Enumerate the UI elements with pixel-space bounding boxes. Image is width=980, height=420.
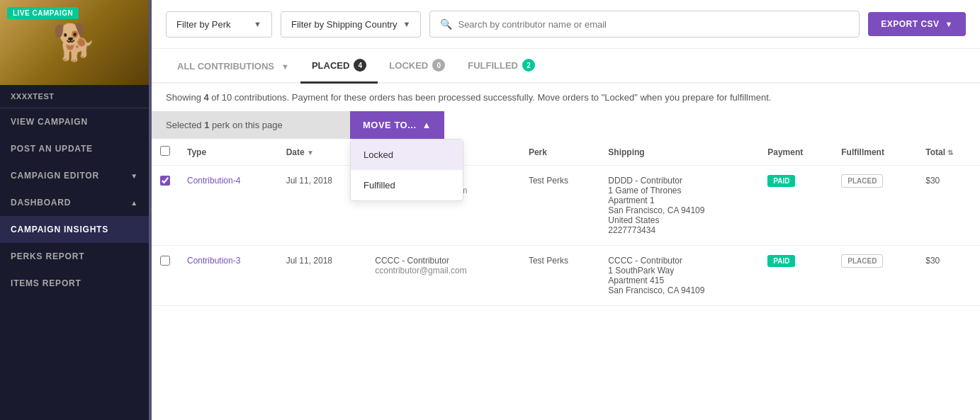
sidebar: 🐕 LIVE CAMPAIGN XXXXTEST VIEW CAMPAIGN P… (0, 0, 149, 420)
row2-contribution-link[interactable]: Contribution-3 (187, 256, 240, 266)
header-total[interactable]: Total ⇅ (917, 139, 980, 166)
info-text-pre: Showing (166, 92, 203, 103)
selected-text-pre: Selected (166, 120, 204, 130)
chevron-down-icon: ▼ (254, 20, 261, 28)
header-perk: Perk (520, 139, 599, 166)
chevron-up-icon: ▲ (422, 120, 432, 130)
info-count: 4 (203, 92, 208, 103)
search-icon: 🔍 (440, 18, 452, 30)
row2-shipping-name: CCCC - Contributor (608, 256, 750, 266)
tab-fulfilled[interactable]: FULFILLED 2 (456, 49, 546, 84)
sidebar-item-post-update[interactable]: POST AN UPDATE (0, 135, 149, 162)
chevron-down-icon: ▼ (945, 20, 953, 28)
dropdown-item-fulfilled[interactable]: Fulfilled (351, 170, 463, 200)
row1-perk: Test Perks (520, 166, 599, 246)
header-fulfillment: Fulfillment (833, 139, 917, 166)
filter-perk-label: Filter by Perk (176, 19, 231, 30)
campaign-name: XXXXTEST (0, 85, 149, 108)
info-bar: Showing 4 of 10 contributions. Payment f… (152, 84, 980, 111)
sort-icon: ▼ (307, 149, 314, 157)
selected-text-post: perk on this page (209, 120, 282, 130)
row2-perk: Test Perks (520, 246, 599, 306)
row1-shipping-phone: 2227773434 (608, 225, 750, 235)
chevron-down-icon: ▼ (403, 20, 411, 28)
total-sort-icon: ⇅ (947, 149, 953, 157)
row1-checkbox-cell (152, 166, 179, 246)
sidebar-item-view-campaign[interactable]: VIEW CAMPAIGN (0, 108, 149, 135)
header-checkbox-col (152, 139, 179, 166)
row1-total: $30 (917, 166, 980, 246)
row1-shipping-country: United States (608, 215, 750, 225)
row1-payment: PAID (759, 166, 833, 246)
tab-all-label: ALL CONTRIBUTIONS (177, 61, 274, 72)
select-all-checkbox[interactable] (160, 146, 170, 156)
row1-payment-badge: PAID (767, 175, 795, 187)
action-bar: Selected 1 perk on this page MOVE TO... … (152, 111, 980, 139)
tab-placed[interactable]: PLACED 4 (300, 49, 378, 84)
live-badge: LIVE CAMPAIGN (7, 7, 79, 19)
tab-fulfilled-label: FULFILLED (468, 60, 518, 71)
row1-fulfillment-badge: PLACED (841, 174, 883, 188)
row1-type: Contribution-4 (179, 166, 278, 246)
sidebar-item-dashboard[interactable]: DASHBOARD ▲ (0, 189, 149, 216)
row2-payment-badge: PAID (767, 255, 795, 267)
row2-shipping-line1: 1 SouthPark Way (608, 266, 750, 276)
hero-decoration: 🐕 (52, 22, 96, 63)
row1-contribution-link[interactable]: Contribution-4 (187, 176, 240, 186)
row1-shipping-line1: 1 Game of Thrones (608, 186, 750, 195)
sidebar-item-perks-report[interactable]: PERKS REPORT (0, 243, 149, 270)
filter-country-label: Filter by Shipping Country (291, 19, 398, 30)
chevron-down-icon: ▼ (130, 172, 138, 180)
search-box[interactable]: 🔍 (429, 11, 860, 38)
tab-locked[interactable]: LOCKED 0 (378, 49, 456, 84)
locked-badge: 0 (432, 59, 445, 72)
tabs-bar: ALL CONTRIBUTIONS ▼ PLACED 4 LOCKED 0 FU… (152, 49, 980, 84)
fulfilled-badge: 2 (522, 59, 535, 72)
row1-shipping-line2: Apartment 1 (608, 195, 750, 205)
row2-payment: PAID (759, 246, 833, 306)
filter-perk-dropdown[interactable]: Filter by Perk ▼ (166, 11, 272, 38)
sidebar-item-items-report[interactable]: ITEMS REPORT (0, 270, 149, 297)
row2-fulfillment: PLACED (833, 246, 917, 306)
main-content: Filter by Perk ▼ Filter by Shipping Coun… (152, 0, 980, 420)
table-area: Selected 1 perk on this page MOVE TO... … (152, 111, 980, 420)
move-to-dropdown: Locked Fulfilled (350, 139, 463, 201)
row2-type: Contribution-3 (179, 246, 278, 306)
row2-date: Jul 11, 2018 (278, 246, 367, 306)
row2-shipping-line2: Apartment 415 (608, 276, 750, 285)
move-to-button[interactable]: MOVE TO... ▲ (350, 111, 444, 139)
table-row: Contribution-3 Jul 11, 2018 CCCC - Contr… (152, 246, 980, 306)
row1-fulfillment: PLACED (833, 166, 917, 246)
sidebar-item-campaign-insights[interactable]: CAMPAIGN INSIGHTS (0, 216, 149, 243)
sidebar-item-campaign-editor[interactable]: CAMPAIGN EDITOR ▼ (0, 162, 149, 189)
selected-bar: Selected 1 perk on this page (152, 111, 350, 139)
row1-shipping-city-state: San Francisco, CA 94109 (608, 205, 750, 215)
row2-total: $30 (917, 246, 980, 306)
export-csv-button[interactable]: EXPORT CSV ▼ (868, 12, 966, 36)
header-shipping: Shipping (599, 139, 759, 166)
tab-all-contributions[interactable]: ALL CONTRIBUTIONS ▼ (166, 51, 300, 84)
chevron-down-icon: ▼ (281, 62, 289, 71)
dropdown-item-locked[interactable]: Locked (351, 140, 463, 170)
row2-shipping: CCCC - Contributor 1 SouthPark Way Apart… (599, 246, 759, 306)
header-payment: Payment (759, 139, 833, 166)
table-row: Contribution-4 Jul 11, 2018 DDDD - Contr… (152, 166, 980, 246)
header-type: Type (179, 139, 278, 166)
row2-contributor-name: CCCC - Contributor (375, 256, 512, 266)
row2-contributor-email: ccontributor@gmail.com (375, 266, 512, 276)
row2-checkbox[interactable] (160, 256, 170, 266)
campaign-hero: 🐕 LIVE CAMPAIGN (0, 0, 149, 85)
row1-shipping: DDDD - Contributor 1 Game of Thrones Apa… (599, 166, 759, 246)
search-input[interactable] (458, 19, 849, 30)
info-text-mid: of 10 contributions. Payment for these o… (209, 92, 772, 103)
move-to-label: MOVE TO... (363, 120, 417, 130)
chevron-up-icon: ▲ (130, 199, 138, 207)
row1-checkbox[interactable] (160, 176, 170, 186)
export-label: EXPORT CSV (881, 19, 939, 29)
row2-fulfillment-badge: PLACED (841, 254, 883, 268)
row1-shipping-name: DDDD - Contributor (608, 176, 750, 186)
filter-country-dropdown[interactable]: Filter by Shipping Country ▼ (281, 11, 421, 38)
row2-checkbox-cell (152, 246, 179, 306)
row2-contributor: CCCC - Contributor ccontributor@gmail.co… (366, 246, 520, 306)
contributions-table: Type Date ▼ Contributor Perk Shipping Pa… (152, 139, 980, 306)
